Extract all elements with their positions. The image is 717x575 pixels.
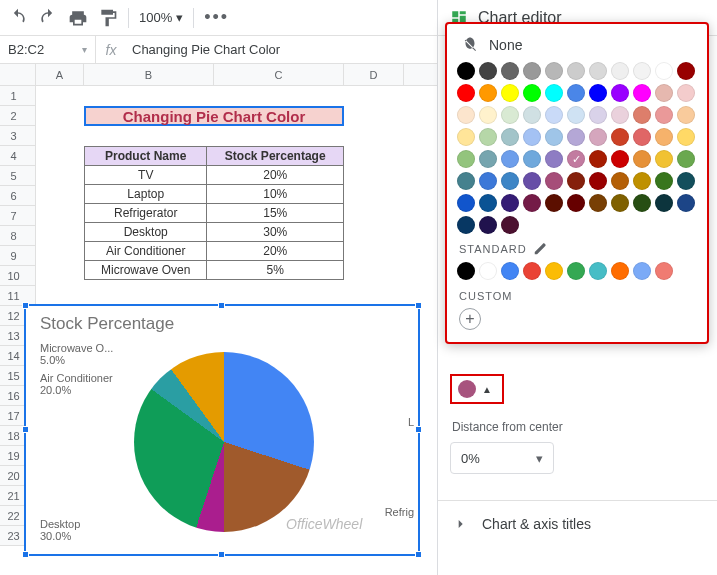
color-swatch[interactable] <box>501 128 519 146</box>
color-swatch[interactable] <box>479 216 497 234</box>
color-swatch[interactable] <box>523 84 541 102</box>
color-swatch[interactable] <box>457 62 475 80</box>
pie-chart[interactable]: Stock Percentage Microwave O...5.0% Air … <box>24 304 420 556</box>
table-cell[interactable]: 20% <box>207 242 344 261</box>
name-box[interactable]: B2:C2▾ <box>0 36 96 63</box>
table-cell[interactable]: TV <box>85 166 207 185</box>
color-swatch[interactable] <box>655 62 673 80</box>
formula-value[interactable]: Changing Pie Chart Color <box>126 42 286 57</box>
table-cell[interactable]: Microwave Oven <box>85 261 207 280</box>
color-swatch[interactable] <box>545 172 563 190</box>
row-header[interactable]: 1 <box>0 86 36 106</box>
color-swatch[interactable] <box>589 262 607 280</box>
color-swatch[interactable] <box>501 194 519 212</box>
color-swatch[interactable] <box>655 84 673 102</box>
color-swatch[interactable] <box>611 106 629 124</box>
table-cell[interactable]: 5% <box>207 261 344 280</box>
table-cell[interactable]: Desktop <box>85 223 207 242</box>
color-swatch[interactable] <box>677 62 695 80</box>
row-header[interactable]: 8 <box>0 226 36 246</box>
zoom-selector[interactable]: 100%▾ <box>139 10 183 25</box>
color-swatch[interactable] <box>589 84 607 102</box>
table-cell[interactable]: 20% <box>207 166 344 185</box>
col-header[interactable]: A <box>36 64 84 85</box>
color-swatch[interactable] <box>633 62 651 80</box>
color-swatch[interactable] <box>457 194 475 212</box>
color-swatch[interactable] <box>611 128 629 146</box>
color-swatch[interactable] <box>501 84 519 102</box>
distance-select[interactable]: 0% ▾ <box>450 442 554 474</box>
color-swatch[interactable] <box>457 172 475 190</box>
color-swatch[interactable] <box>567 172 585 190</box>
row-header[interactable]: 9 <box>0 246 36 266</box>
table-cell[interactable]: Air Conditioner <box>85 242 207 261</box>
color-swatch[interactable] <box>545 106 563 124</box>
color-swatch[interactable] <box>479 172 497 190</box>
color-swatch[interactable] <box>523 106 541 124</box>
color-swatch[interactable] <box>545 150 563 168</box>
color-swatch[interactable] <box>479 128 497 146</box>
color-swatch[interactable] <box>567 150 585 168</box>
color-swatch[interactable] <box>655 262 673 280</box>
color-swatch[interactable] <box>589 172 607 190</box>
color-swatch[interactable] <box>567 62 585 80</box>
select-all[interactable] <box>0 64 36 85</box>
color-swatch[interactable] <box>677 106 695 124</box>
color-swatch[interactable] <box>611 150 629 168</box>
section-chart-axis-titles[interactable]: Chart & axis titles <box>438 500 717 546</box>
row-header[interactable]: 7 <box>0 206 36 226</box>
color-swatch[interactable] <box>479 62 497 80</box>
table-cell[interactable]: Refrigerator <box>85 204 207 223</box>
color-swatch[interactable] <box>479 106 497 124</box>
color-swatch[interactable] <box>501 150 519 168</box>
color-swatch[interactable] <box>501 62 519 80</box>
color-swatch[interactable] <box>523 194 541 212</box>
color-swatch[interactable] <box>457 262 475 280</box>
color-swatch[interactable] <box>633 194 651 212</box>
paint-format-icon[interactable] <box>98 8 118 28</box>
color-swatch[interactable] <box>633 84 651 102</box>
color-swatch[interactable] <box>567 128 585 146</box>
color-swatch[interactable] <box>523 128 541 146</box>
color-swatch[interactable] <box>567 106 585 124</box>
color-swatch[interactable] <box>589 194 607 212</box>
color-swatch[interactable] <box>523 62 541 80</box>
color-swatch[interactable] <box>457 216 475 234</box>
color-swatch[interactable] <box>655 150 673 168</box>
row-header[interactable]: 3 <box>0 126 36 146</box>
color-swatch[interactable] <box>655 128 673 146</box>
color-swatch[interactable] <box>611 194 629 212</box>
color-swatch[interactable] <box>545 128 563 146</box>
color-swatch[interactable] <box>479 194 497 212</box>
row-header[interactable]: 10 <box>0 266 36 286</box>
color-swatch[interactable] <box>501 262 519 280</box>
color-swatch[interactable] <box>545 84 563 102</box>
col-header[interactable]: D <box>344 64 404 85</box>
color-swatch[interactable] <box>457 128 475 146</box>
color-swatch[interactable] <box>589 106 607 124</box>
color-swatch[interactable] <box>633 106 651 124</box>
pie-graphic[interactable] <box>134 352 314 532</box>
color-swatch[interactable] <box>611 62 629 80</box>
color-swatch[interactable] <box>677 194 695 212</box>
color-swatch[interactable] <box>633 262 651 280</box>
row-header[interactable]: 4 <box>0 146 36 166</box>
color-swatch[interactable] <box>545 262 563 280</box>
color-swatch[interactable] <box>611 172 629 190</box>
print-icon[interactable] <box>68 8 88 28</box>
color-swatch[interactable] <box>479 150 497 168</box>
color-swatch[interactable] <box>677 84 695 102</box>
edit-icon[interactable] <box>533 242 547 256</box>
merged-title-cell[interactable]: Changing Pie Chart Color <box>84 106 344 126</box>
col-header[interactable]: C <box>214 64 344 85</box>
color-swatch[interactable] <box>677 172 695 190</box>
row-header[interactable]: 2 <box>0 106 36 126</box>
color-swatch[interactable] <box>589 128 607 146</box>
color-swatch[interactable] <box>567 194 585 212</box>
color-swatch[interactable] <box>523 172 541 190</box>
color-swatch[interactable] <box>611 262 629 280</box>
color-swatch[interactable] <box>677 128 695 146</box>
slice-color-button[interactable]: ▲ <box>450 374 504 404</box>
color-swatch[interactable] <box>501 216 519 234</box>
color-swatch[interactable] <box>633 172 651 190</box>
